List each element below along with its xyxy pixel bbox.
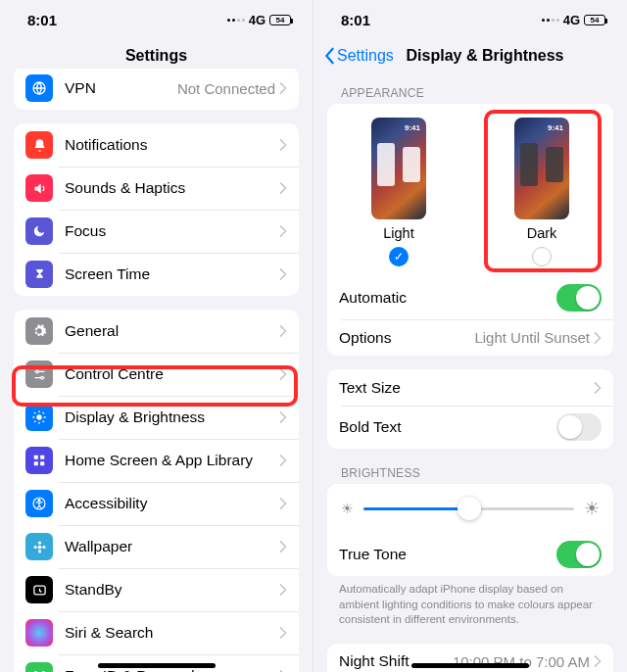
signal-icon xyxy=(542,19,559,22)
chevron-icon xyxy=(279,368,287,380)
row-options[interactable]: Options Light Until Sunset xyxy=(327,319,613,356)
row-controlcentre[interactable]: Control Centre xyxy=(14,353,299,396)
status-bar: 8:01 4G 54 xyxy=(314,0,627,39)
truetone-toggle[interactable] xyxy=(556,541,602,568)
row-wallpaper[interactable]: Wallpaper xyxy=(14,525,299,568)
moon-icon xyxy=(25,217,53,245)
flower-icon xyxy=(25,533,53,560)
svg-point-14 xyxy=(42,545,45,548)
chevron-icon xyxy=(279,139,287,151)
sun-large-icon: ☀︎ xyxy=(584,498,600,519)
home-indicator[interactable] xyxy=(98,663,216,668)
nav-bar: Settings Display & Brightness xyxy=(314,39,627,72)
svg-point-13 xyxy=(33,545,36,548)
svg-point-1 xyxy=(35,370,38,373)
chevron-icon xyxy=(279,541,287,552)
row-standby[interactable]: StandBy xyxy=(14,568,299,611)
battery-icon: 54 xyxy=(584,15,605,25)
chevron-icon xyxy=(594,332,602,344)
hourglass-icon xyxy=(25,261,53,288)
page-title: Settings xyxy=(125,47,187,65)
battery-icon: 54 xyxy=(269,15,291,25)
row-general[interactable]: General xyxy=(14,310,299,353)
clock-icon xyxy=(25,576,53,603)
truetone-note: Automatically adapt iPhone display based… xyxy=(339,582,602,628)
row-sounds[interactable]: Sounds & Haptics xyxy=(14,167,299,210)
vpn-icon xyxy=(25,74,53,102)
chevron-icon xyxy=(279,182,287,194)
dark-preview: 9:41 xyxy=(514,118,569,219)
faceid-icon xyxy=(25,662,53,672)
status-network: 4G xyxy=(249,13,265,27)
row-homescreen[interactable]: Home Screen & App Library xyxy=(14,439,299,482)
back-button[interactable]: Settings xyxy=(323,47,394,65)
check-icon: ✓ xyxy=(389,247,409,266)
apps-grid-icon xyxy=(25,447,53,474)
chevron-icon xyxy=(279,584,287,596)
row-display-brightness[interactable]: Display & Brightness xyxy=(14,396,299,439)
svg-point-2 xyxy=(40,376,43,379)
section-appearance: APPEARANCE xyxy=(341,86,600,100)
chevron-icon xyxy=(279,627,287,639)
row-screentime[interactable]: Screen Time xyxy=(14,253,299,296)
row-accessibility[interactable]: Accessibility xyxy=(14,482,299,525)
svg-rect-5 xyxy=(40,456,44,459)
light-preview: 9:41 xyxy=(371,118,426,219)
appearance-dark[interactable]: 9:41 Dark xyxy=(470,118,613,266)
svg-point-10 xyxy=(37,545,41,549)
row-detail: Not Connected xyxy=(177,80,275,97)
chevron-icon xyxy=(279,325,287,337)
row-label: VPN xyxy=(65,79,177,97)
section-brightness: BRIGHTNESS xyxy=(341,466,600,480)
page-title: Display & Brightness xyxy=(407,47,564,65)
svg-point-9 xyxy=(38,500,40,502)
display-brightness-screen: 8:01 4G 54 Settings Display & Brightness… xyxy=(314,0,627,672)
row-focus[interactable]: Focus xyxy=(14,210,299,253)
sliders-icon xyxy=(25,360,53,388)
bell-icon xyxy=(25,131,53,159)
status-bar: 8:01 4G 54 xyxy=(0,0,313,39)
row-textsize[interactable]: Text Size xyxy=(327,369,613,406)
chevron-icon xyxy=(279,411,287,423)
sun-small-icon: ☀︎ xyxy=(341,501,354,516)
radio-unchecked-icon xyxy=(532,247,552,266)
chevron-icon xyxy=(279,498,287,509)
status-time: 8:01 xyxy=(341,12,370,28)
accessibility-icon xyxy=(25,490,53,517)
svg-rect-6 xyxy=(34,461,38,465)
signal-icon xyxy=(227,19,245,22)
automatic-toggle[interactable] xyxy=(556,284,602,312)
chevron-icon xyxy=(279,225,287,237)
settings-root-screen: 8:01 4G 54 Settings VPN Not Connected xyxy=(0,0,314,672)
row-siri[interactable]: Siri & Search xyxy=(14,611,299,654)
svg-point-3 xyxy=(36,414,41,419)
speaker-icon xyxy=(25,174,53,202)
svg-point-11 xyxy=(37,541,40,544)
svg-rect-4 xyxy=(34,456,38,459)
brightness-icon xyxy=(25,404,53,431)
row-automatic: Automatic xyxy=(327,276,613,319)
status-time: 8:01 xyxy=(27,12,57,28)
appearance-light[interactable]: 9:41 Light ✓ xyxy=(327,118,470,266)
svg-point-12 xyxy=(37,550,40,552)
status-network: 4G xyxy=(563,13,580,27)
row-truetone: True Tone xyxy=(327,533,613,576)
chevron-left-icon xyxy=(323,47,335,65)
row-boldtext: Bold Text xyxy=(327,406,613,449)
chevron-icon xyxy=(594,655,602,667)
chevron-icon xyxy=(594,382,602,394)
home-indicator[interactable] xyxy=(411,663,529,668)
chevron-icon xyxy=(279,82,287,94)
row-notifications[interactable]: Notifications xyxy=(14,123,299,167)
siri-icon xyxy=(25,619,53,647)
brightness-slider[interactable]: ☀︎ ☀︎ xyxy=(327,484,613,533)
chevron-icon xyxy=(279,455,287,466)
boldtext-toggle[interactable] xyxy=(556,413,602,441)
gear-icon xyxy=(25,317,53,345)
nav-bar: Settings xyxy=(0,39,313,72)
row-vpn[interactable]: VPN Not Connected xyxy=(14,69,299,110)
chevron-icon xyxy=(279,268,287,280)
svg-rect-7 xyxy=(40,461,44,465)
